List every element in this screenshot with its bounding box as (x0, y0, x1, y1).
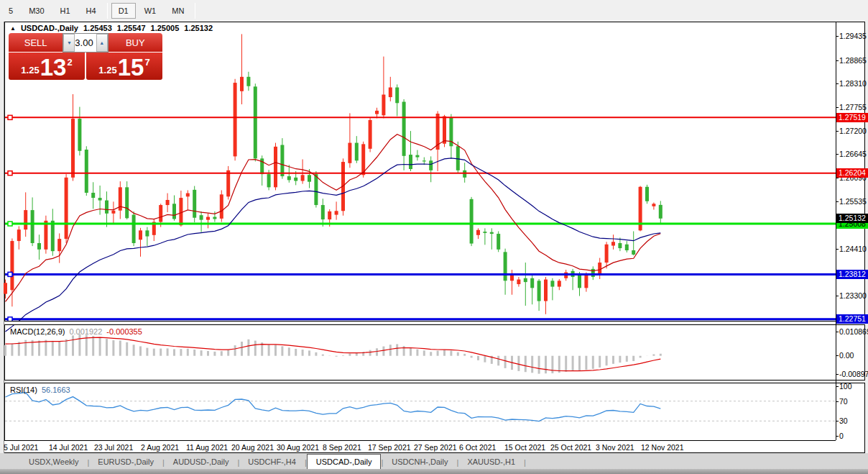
candle (591, 269, 595, 277)
timeframe-button-5[interactable]: 5 (1, 3, 20, 19)
timeframe-button-D1[interactable]: D1 (111, 3, 136, 19)
candle (369, 120, 372, 149)
candle (51, 221, 55, 251)
candle (71, 119, 75, 178)
price-tick-label: 1.26645 (839, 150, 868, 158)
date-label: 12 Nov 2021 (641, 443, 684, 452)
chart-tab-usdcad[interactable]: USDCAD-,Daily (307, 454, 382, 469)
window-bottom-edge (0, 469, 868, 474)
candle (470, 199, 474, 244)
candle (348, 143, 351, 163)
rsi-value: 56.1663 (42, 386, 70, 394)
volume-value[interactable]: 3.00 (75, 34, 96, 52)
chart-tab-usdchf[interactable]: USDCHF-,H4 (239, 455, 305, 469)
chart-tab-audusd[interactable]: AUDUSD-,Daily (165, 455, 238, 469)
mt4-terminal: 5M30H1H4D1W1MN ▲ USDCAD-,Daily 1.25453 1… (0, 0, 868, 474)
ma-slow-line (6, 158, 661, 332)
candle (193, 190, 196, 218)
candle (139, 230, 142, 240)
date-label: 11 Aug 2021 (186, 443, 228, 452)
chart-tab-usdx[interactable]: USDX,Weekly (20, 455, 87, 469)
timeframe-toolbar: 5M30H1H4D1W1MN (0, 0, 868, 21)
price-tick-label: 1.24410 (839, 245, 868, 253)
candle (132, 215, 136, 243)
timeframe-button-MN[interactable]: MN (165, 3, 191, 19)
rsi-scale-label: 70 (839, 397, 868, 406)
volume-spinner: ▼ 3.00 ▲ (63, 33, 108, 53)
candle (240, 77, 244, 91)
candle (206, 217, 210, 220)
sell-price-display[interactable]: 1.25 13 2 (9, 53, 85, 80)
candle (37, 243, 41, 250)
candle (395, 88, 399, 104)
price-tick-label: 1.27755 (839, 103, 868, 111)
price-tick-label: 1.27200 (839, 127, 868, 135)
candle (517, 280, 520, 284)
sell-price-pips: 13 (40, 58, 67, 78)
date-label: 25 Oct 2021 (550, 443, 591, 452)
level-line-handle[interactable] (8, 115, 12, 119)
timeframe-button-W1[interactable]: W1 (137, 3, 164, 19)
buy-price-point: 7 (144, 57, 149, 68)
candle (456, 146, 460, 170)
chart-tab-eurusd[interactable]: EURUSD-,Daily (89, 455, 162, 469)
level-price-label: 1.22751 (836, 314, 868, 324)
macd-signal-line (6, 337, 661, 371)
toolbar-separator (107, 3, 108, 19)
date-label: 2 Aug 2021 (141, 443, 179, 452)
candle (145, 230, 149, 236)
date-label: 20 Aug 2021 (231, 443, 274, 452)
timeframe-button-H1[interactable]: H1 (53, 3, 78, 19)
candle (659, 205, 662, 219)
volume-increase-icon[interactable]: ▲ (96, 34, 108, 52)
macd-scale-label: -0.008974 (839, 370, 868, 378)
candle (267, 174, 271, 187)
level-line-handle[interactable] (8, 171, 12, 176)
candle (645, 187, 649, 201)
candle (44, 221, 47, 250)
candle (10, 241, 14, 290)
timeframe-button-H4[interactable]: H4 (79, 3, 103, 19)
date-label: 27 Sep 2021 (414, 443, 457, 452)
candle (510, 275, 514, 281)
candle (220, 194, 223, 219)
level-line-handle[interactable] (8, 272, 12, 276)
candle (625, 245, 629, 250)
buy-button[interactable]: BUY (108, 33, 162, 53)
candle (483, 232, 486, 233)
buy-price-prefix: 1.25 (98, 65, 116, 76)
candle (429, 160, 433, 170)
sell-button[interactable]: SELL (9, 33, 63, 53)
candle (111, 211, 115, 214)
chart-tab-usdcnh[interactable]: USDCNH-,Daily (383, 455, 456, 469)
candle (65, 178, 68, 239)
level-price-label: 1.26204 (836, 168, 868, 178)
candle (443, 117, 446, 144)
candle (544, 280, 548, 301)
candle (355, 143, 359, 161)
price-tick-label: 1.25535 (839, 197, 868, 206)
level-line-handle[interactable] (8, 222, 12, 226)
volume-decrease-icon[interactable]: ▼ (63, 34, 75, 52)
price-tick-label: 1.28865 (839, 56, 868, 65)
candle (172, 204, 176, 219)
candle (537, 281, 541, 301)
level-price-label: 1.23812 (836, 270, 868, 279)
candle (314, 174, 318, 205)
current-price-label: 1.25132 (836, 214, 868, 223)
timeframe-button-M30[interactable]: M30 (22, 3, 51, 19)
rsi-scale-label: 0 (839, 432, 868, 440)
buy-price-pips: 15 (118, 58, 144, 78)
macd-signal-value: -0.000355 (106, 327, 142, 336)
date-axis[interactable]: 5 Jul 202114 Jul 202123 Jul 20212 Aug 20… (4, 440, 836, 452)
rsi-scale-label: 100 (839, 382, 868, 391)
date-label: 17 Sep 2021 (368, 443, 411, 452)
candle (382, 95, 385, 116)
buy-price-display[interactable]: 1.25 15 7 (86, 53, 162, 80)
candle (105, 201, 108, 214)
candle (524, 278, 527, 282)
chart-tab-xauusd[interactable]: XAUUSD-,H1 (458, 455, 524, 469)
candle (234, 83, 237, 156)
axis-divider (836, 22, 836, 440)
macd-title: MACD(12,26,9) (10, 327, 65, 336)
